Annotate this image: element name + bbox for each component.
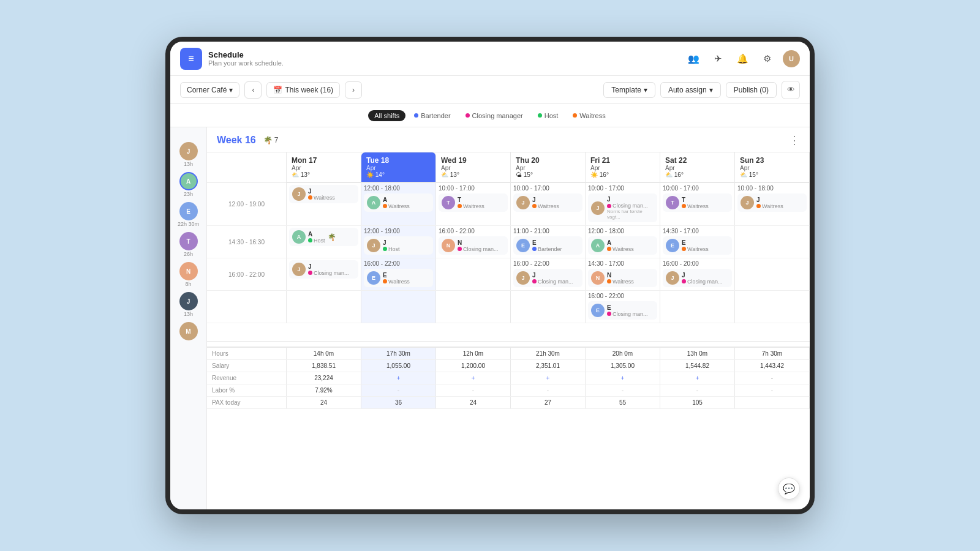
shift-cell-fri-2[interactable]: 12:00 - 18:00 A A Waitress xyxy=(586,226,660,258)
filter-waitress[interactable]: Waitress xyxy=(567,110,611,121)
filter-bartender[interactable]: Bartender xyxy=(408,110,456,121)
shift-card-thu-3[interactable]: J J Closing man... xyxy=(513,269,582,287)
shift-cell-tue-1[interactable]: 12:00 - 18:00 A A Waitress xyxy=(361,183,436,225)
role-dot xyxy=(458,204,462,208)
shift-card-mon-2[interactable]: A A Host 🌴 xyxy=(289,228,358,246)
shift-card-fri-4[interactable]: E E Closing man... xyxy=(588,301,657,320)
shift-avatar: A xyxy=(591,239,605,252)
filter-closing-manager[interactable]: Closing manager xyxy=(459,110,529,121)
stats-cell-revenue-wed[interactable]: + xyxy=(436,372,511,384)
shift-cell-fri-4[interactable]: 16:00 - 22:00 E E Closing man... xyxy=(586,291,660,323)
day-header-empty xyxy=(207,152,287,182)
shift-cell-wed-1[interactable]: 10:00 - 17:00 T T Waitress xyxy=(436,183,511,225)
palm-tree-icon: 🌴 xyxy=(263,136,273,144)
shift-cell-mon-1[interactable]: J J Waitress xyxy=(287,183,361,225)
notification-icon[interactable]: 🔔 xyxy=(734,50,751,67)
shift-cell-sat-3[interactable]: 16:00 - 20:00 J J Closing man... xyxy=(660,258,735,290)
day-header-sun[interactable]: Sun 23 Apr ⛅ 15° xyxy=(735,152,810,182)
day-header-wed[interactable]: Wed 19 Apr ⛅ 13° xyxy=(436,152,511,182)
auto-assign-button[interactable]: Auto assign ▾ xyxy=(660,82,721,98)
shift-cell-tue-2[interactable]: 12:00 - 19:00 J J Host xyxy=(361,226,436,258)
chat-button[interactable]: 💬 xyxy=(778,478,800,500)
sidebar-user-1: J 13h xyxy=(179,142,198,171)
settings-icon[interactable]: ⚙ xyxy=(758,50,775,67)
shift-avatar: A xyxy=(367,196,380,209)
shift-card-tue-2[interactable]: J J Host xyxy=(364,236,433,255)
day-header-tue[interactable]: Tue 18 Apr ☀️ 14° xyxy=(361,152,436,182)
shift-cell-sun-3[interactable] xyxy=(735,258,810,290)
shift-card-sun-1[interactable]: J J Waitress xyxy=(737,193,807,212)
shift-cell-mon-4[interactable] xyxy=(287,291,361,323)
stats-cell-salary-thu: 2,351.01 xyxy=(511,360,586,372)
shift-cell-sun-1[interactable]: 10:00 - 18:00 J J Waitress xyxy=(735,183,810,225)
shift-card-mon-3[interactable]: J J Closing man... xyxy=(289,260,358,279)
shift-cell-sat-4[interactable] xyxy=(660,291,735,323)
current-week-button[interactable]: 📅 This week (16) xyxy=(266,82,340,98)
filter-waitress-label: Waitress xyxy=(579,112,605,119)
shift-cell-mon-2[interactable]: A A Host 🌴 xyxy=(287,226,361,258)
shift-cell-sun-4[interactable] xyxy=(735,291,810,323)
prev-week-button[interactable]: ‹ xyxy=(244,81,262,99)
visibility-button[interactable]: 👁 xyxy=(782,81,800,99)
day-header-thu[interactable]: Thu 20 Apr 🌤 15° xyxy=(511,152,586,182)
shift-avatar: J xyxy=(516,196,530,209)
shift-info: A Waitress xyxy=(383,197,410,209)
day-name-fri: Fri 21 xyxy=(590,156,655,165)
shift-cell-mon-3[interactable]: J J Closing man... xyxy=(287,258,361,290)
shift-card-fri-2[interactable]: A A Waitress xyxy=(588,236,657,255)
shift-cell-fri-1[interactable]: 10:00 - 17:00 J J Closing man... Norris … xyxy=(586,183,660,225)
shift-cell-thu-4[interactable] xyxy=(511,291,586,323)
shift-cell-tue-3[interactable]: 16:00 - 22:00 E E Waitress xyxy=(361,258,436,290)
day-header-sat[interactable]: Sat 22 Apr ⛅ 16° xyxy=(660,152,735,182)
shift-cell-thu-2[interactable]: 11:00 - 21:00 E E Bartender xyxy=(511,226,586,258)
shift-cell-thu-3[interactable]: 16:00 - 22:00 J J Closing man... xyxy=(511,258,586,290)
shift-cell-wed-3[interactable] xyxy=(436,258,511,290)
shift-cell-wed-2[interactable]: 16:00 - 22:00 N N Closing man... xyxy=(436,226,511,258)
shift-cell-sat-2[interactable]: 14:30 - 17:00 E E Waitress xyxy=(660,226,735,258)
stats-cell-revenue-tue[interactable]: + xyxy=(361,372,436,384)
toolbar-right: Template ▾ Auto assign ▾ Publish (0) 👁 xyxy=(603,81,800,99)
filter-all-shifts[interactable]: All shifts xyxy=(368,110,405,121)
stats-cell-revenue-fri[interactable]: + xyxy=(586,372,660,384)
shift-card-sat-3[interactable]: J J Closing man... xyxy=(663,269,732,287)
shift-card-thu-1[interactable]: J J Waitress xyxy=(513,193,582,212)
day-weather-wed: ⛅ 13° xyxy=(441,171,505,178)
shift-cell-wed-4[interactable] xyxy=(436,291,511,323)
shift-card-fri-3[interactable]: N N Waitress xyxy=(588,269,657,287)
shift-card-fri-1[interactable]: J J Closing man... Norris har første vag… xyxy=(588,193,657,222)
stats-cell-revenue-sat[interactable]: + xyxy=(660,372,735,384)
shift-cell-sat-1[interactable]: 10:00 - 17:00 T T Waitress xyxy=(660,183,735,225)
stats-label-labor: Labor % xyxy=(207,384,287,396)
user-avatar[interactable]: U xyxy=(783,50,800,67)
stats-cell-pax-wed: 24 xyxy=(436,397,511,408)
shift-card-tue-1[interactable]: A A Waitress xyxy=(364,193,433,212)
shift-card-sat-2[interactable]: E E Waitress xyxy=(663,236,732,255)
template-button[interactable]: Template ▾ xyxy=(603,82,655,98)
shift-avatar: T xyxy=(442,196,455,209)
shift-info: A Waitress xyxy=(607,239,634,252)
shift-card-thu-2[interactable]: E E Bartender xyxy=(513,236,582,255)
shift-card-tue-3[interactable]: E E Waitress xyxy=(364,269,433,287)
top-bar-icons: 👥 ✈ 🔔 ⚙ U xyxy=(685,50,800,67)
shift-info: J Closing man... xyxy=(682,272,723,285)
shift-card-wed-2[interactable]: N N Closing man... xyxy=(439,236,508,255)
location-selector[interactable]: Corner Café ▾ xyxy=(180,82,239,98)
more-options-button[interactable]: ⋮ xyxy=(789,133,800,147)
day-header-mon[interactable]: Mon 17 Apr ⛅ 13° xyxy=(287,152,361,182)
shift-cell-fri-3[interactable]: 14:30 - 17:00 N N Waitress xyxy=(586,258,660,290)
shift-card-sat-1[interactable]: T T Waitress xyxy=(663,193,732,212)
shift-card-wed-1[interactable]: T T Waitress xyxy=(439,193,508,212)
shift-cell-tue-4[interactable] xyxy=(361,291,436,323)
shift-card-mon-1[interactable]: J J Waitress xyxy=(289,185,358,203)
stats-cell-revenue-thu[interactable]: + xyxy=(511,372,586,384)
shift-cell-thu-1[interactable]: 10:00 - 17:00 J J Waitress xyxy=(511,183,586,225)
day-header-fri[interactable]: Fri 21 Apr ☀️ 16° xyxy=(586,152,660,182)
team-icon[interactable]: 👥 xyxy=(685,50,702,67)
shift-info: E Bartender xyxy=(532,239,562,252)
filter-host[interactable]: Host xyxy=(532,110,565,121)
shift-avatar: E xyxy=(516,239,530,252)
next-week-button[interactable]: › xyxy=(345,81,362,99)
send-icon[interactable]: ✈ xyxy=(709,50,726,67)
publish-button[interactable]: Publish (0) xyxy=(726,82,777,98)
shift-cell-sun-2[interactable] xyxy=(735,226,810,258)
